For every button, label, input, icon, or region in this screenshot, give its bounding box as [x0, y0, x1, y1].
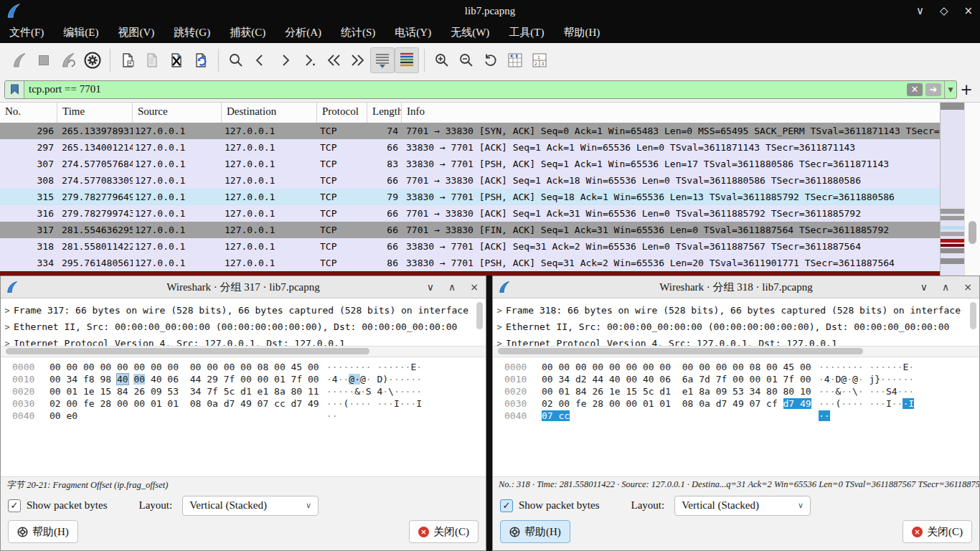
- expander-icon[interactable]: >: [493, 336, 506, 346]
- packet-row[interactable]: 334295.761480561127.0.0.1127.0.0.1TCP863…: [0, 255, 940, 271]
- filter-bookmark-icon[interactable]: [5, 81, 24, 98]
- hex-row[interactable]: 003002 00 fe 28 00 00 01 01 08 0a d7 49 …: [504, 397, 979, 410]
- packet-row[interactable]: 317281.554636295127.0.0.1127.0.0.1TCP667…: [0, 222, 940, 238]
- menu-item[interactable]: 工具(T): [509, 26, 544, 39]
- minimize-icon[interactable]: ∨: [427, 281, 434, 293]
- zoom-out-icon[interactable]: [454, 47, 479, 73]
- packet-row[interactable]: 315279.782779649127.0.0.1127.0.0.1TCP793…: [0, 189, 940, 205]
- show-packet-bytes-checkbox[interactable]: ✓: [500, 499, 513, 512]
- tree-row[interactable]: >Frame 318: 66 bytes on wire (528 bits),…: [493, 302, 979, 319]
- capture-options-icon[interactable]: [80, 47, 105, 73]
- tree-row[interactable]: >Ethernet II, Src: 00:00:00_00:00:00 (00…: [1, 319, 486, 335]
- close-button[interactable]: × 关闭(C): [903, 520, 972, 543]
- hex-row[interactable]: 001000 34 f8 98 40 00 40 06 44 29 7f 00 …: [12, 373, 486, 385]
- tree-row[interactable]: >Ethernet II, Src: 00:00:00_00:00:00 (00…: [493, 319, 979, 335]
- menu-item[interactable]: 电话(Y): [395, 26, 431, 39]
- open-file-icon[interactable]: [116, 47, 140, 73]
- hex-row[interactable]: 002000 01 84 26 1e 15 5c d1 e1 8a 09 53 …: [504, 385, 979, 397]
- auto-scroll-icon[interactable]: [370, 47, 395, 73]
- packet-row[interactable]: 316279.782799743127.0.0.1127.0.0.1TCP667…: [0, 205, 940, 222]
- filter-clear-icon[interactable]: ✕: [907, 83, 923, 96]
- expander-icon[interactable]: >: [493, 303, 506, 319]
- column-header[interactable]: Length: [367, 103, 402, 123]
- minimize-icon[interactable]: ∨: [920, 281, 928, 293]
- filter-dropdown-icon[interactable]: ▼: [944, 81, 956, 98]
- save-file-icon[interactable]: [140, 47, 164, 73]
- close-icon[interactable]: ×: [470, 281, 479, 293]
- close-button[interactable]: × 关闭(C): [409, 520, 479, 543]
- tree-scrollbar[interactable]: [970, 302, 976, 329]
- hex-row[interactable]: 000000 00 00 00 00 00 00 00 00 00 00 00 …: [504, 361, 979, 373]
- horizontal-scrollbar[interactable]: [493, 346, 979, 357]
- expander-icon[interactable]: >: [1, 303, 14, 319]
- menu-item[interactable]: 编辑(E): [63, 26, 98, 39]
- menu-item[interactable]: 帮助(H): [563, 26, 600, 39]
- tree-scrollbar[interactable]: [476, 302, 483, 329]
- hex-row[interactable]: 004007 cc··: [504, 410, 979, 422]
- packet-row[interactable]: 307274.577057684127.0.0.1127.0.0.1TCP833…: [0, 156, 940, 172]
- colorize-packets-icon[interactable]: [395, 47, 419, 73]
- go-to-packet-icon[interactable]: [297, 47, 321, 73]
- column-header[interactable]: Source: [133, 103, 222, 123]
- packet-list-scrollbar[interactable]: [964, 103, 980, 276]
- start-capture-icon[interactable]: [7, 47, 32, 73]
- tree-row[interactable]: >Internet Protocol Version 4, Src: 127.0…: [1, 335, 486, 346]
- expander-icon[interactable]: >: [1, 319, 14, 335]
- maximize-icon[interactable]: ◇: [940, 4, 948, 17]
- scrollbar-handle[interactable]: [498, 348, 863, 354]
- close-file-icon[interactable]: [164, 47, 189, 73]
- expander-icon[interactable]: >: [493, 319, 506, 335]
- expander-icon[interactable]: >: [1, 336, 14, 346]
- packet-row[interactable]: 297265.134001214127.0.0.1127.0.0.1TCP663…: [0, 139, 940, 156]
- menu-item[interactable]: 统计(S): [341, 26, 375, 39]
- zoom-in-icon[interactable]: [430, 47, 454, 73]
- maximize-icon[interactable]: ∧: [942, 281, 949, 293]
- layout-dropdown[interactable]: Vertical (Stacked)∨: [674, 496, 811, 516]
- hex-row[interactable]: 004000 e0··: [12, 410, 486, 422]
- go-last-icon[interactable]: [346, 47, 370, 73]
- close-icon[interactable]: ×: [963, 281, 972, 293]
- find-packet-icon[interactable]: [224, 47, 248, 73]
- menu-item[interactable]: 跳转(G): [174, 26, 210, 39]
- go-back-icon[interactable]: [248, 47, 273, 73]
- packet-row[interactable]: 296265.133978931127.0.0.1127.0.0.1TCP747…: [0, 123, 940, 139]
- help-button[interactable]: 帮助(H): [500, 520, 570, 543]
- horizontal-scrollbar[interactable]: [1, 346, 486, 357]
- hex-row[interactable]: 000000 00 00 00 00 00 00 00 00 00 00 00 …: [12, 361, 486, 373]
- go-forward-icon[interactable]: [273, 47, 297, 73]
- hex-row[interactable]: 003002 00 fe 28 00 00 01 01 08 0a d7 49 …: [12, 397, 486, 410]
- stop-capture-icon[interactable]: [32, 47, 56, 73]
- menu-item[interactable]: 视图(V): [118, 26, 155, 39]
- column-header[interactable]: No.: [0, 103, 57, 123]
- menu-item[interactable]: 捕获(C): [230, 26, 265, 39]
- resize-columns-icon[interactable]: [503, 47, 527, 73]
- display-filter-input[interactable]: tcp.port == 7701 ✕ ➜ ▼: [4, 80, 957, 99]
- close-icon[interactable]: ×: [963, 4, 973, 17]
- tree-row[interactable]: >Internet Protocol Version 4, Src: 127.0…: [493, 335, 979, 346]
- menu-item[interactable]: 分析(A): [285, 26, 321, 39]
- menu-item[interactable]: 无线(W): [451, 26, 489, 39]
- restart-capture-icon[interactable]: [56, 47, 80, 73]
- tree-row[interactable]: >Frame 317: 66 bytes on wire (528 bits),…: [1, 302, 486, 319]
- layout-dropdown[interactable]: Vertical (Stacked)∨: [182, 496, 319, 516]
- scrollbar-handle[interactable]: [969, 221, 976, 244]
- packet-row[interactable]: 318281.558011422127.0.0.1127.0.0.1TCP663…: [0, 238, 940, 255]
- hex-view[interactable]: 000000 00 00 00 00 00 00 00 00 00 00 00 …: [493, 357, 979, 476]
- minimize-icon[interactable]: ∨: [916, 4, 924, 17]
- packet-minimap[interactable]: [940, 103, 964, 276]
- zoom-reset-icon[interactable]: [479, 47, 503, 73]
- menu-item[interactable]: 文件(F): [9, 26, 44, 39]
- hex-row[interactable]: 002000 01 1e 15 84 26 09 53 34 7f 5c d1 …: [12, 385, 486, 397]
- filter-add-button[interactable]: +: [957, 81, 976, 98]
- layout-chooser-icon[interactable]: 123: [527, 47, 552, 73]
- filter-apply-icon[interactable]: ➜: [925, 83, 941, 96]
- hex-view[interactable]: 000000 00 00 00 00 00 00 00 00 00 00 00 …: [1, 357, 486, 476]
- packet-row[interactable]: 308274.577083309127.0.0.1127.0.0.1TCP667…: [0, 172, 940, 189]
- scrollbar-handle[interactable]: [6, 348, 369, 354]
- reload-file-icon[interactable]: [189, 47, 213, 73]
- column-header[interactable]: Info: [402, 103, 940, 123]
- show-packet-bytes-checkbox[interactable]: ✓: [8, 499, 21, 512]
- column-header[interactable]: Protocol: [317, 103, 367, 123]
- go-first-icon[interactable]: [321, 47, 346, 73]
- hex-row[interactable]: 001000 34 d2 44 40 00 40 06 6a 7d 7f 00 …: [504, 373, 979, 385]
